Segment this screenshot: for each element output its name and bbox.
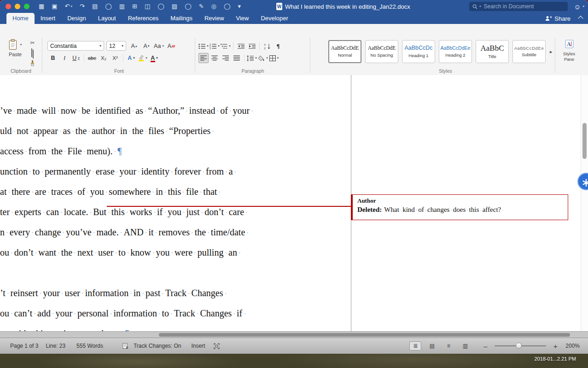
highlight-button[interactable] (138, 53, 148, 63)
outline-view-icon[interactable]: ≡ (442, 341, 454, 350)
font-size-select[interactable]: 12▾ (106, 41, 126, 51)
document-line[interactable]: ou·don’t·want·the·next·user·to·know·you·… (0, 242, 357, 263)
change-case-button[interactable]: Aa (154, 41, 164, 51)
close-button[interactable] (6, 4, 11, 9)
text-effects-button[interactable]: A (126, 53, 136, 63)
grow-font-button[interactable]: A (129, 41, 139, 51)
tab-view[interactable]: View (230, 13, 255, 24)
paste-button[interactable]: Paste (5, 39, 26, 57)
document-line[interactable]: ou·can’t·add·your·personal·information·t… (0, 303, 357, 323)
redo-icon[interactable]: ↷ (80, 0, 85, 13)
shading-button[interactable] (258, 53, 268, 63)
decrease-indent-button[interactable] (236, 41, 246, 51)
spelling-status-button[interactable] (122, 343, 129, 349)
sort-button[interactable]: AZ (262, 41, 272, 51)
clear-formatting-button[interactable]: A (166, 41, 176, 51)
notebook-icon[interactable]: ▥ (119, 0, 125, 13)
document-line[interactable]: nt·with·this·option·turned·on.·¶ (0, 323, 357, 331)
publishing-view-icon[interactable]: ▥ (459, 341, 471, 350)
document-line[interactable]: unction·to·permanently·erase·your·identi… (0, 161, 357, 181)
style-heading-2[interactable]: AaBbCcDdEeHeading 2 (439, 40, 472, 63)
document-line[interactable] (0, 263, 357, 283)
bullets-button[interactable] (198, 41, 209, 51)
zoom-out-button[interactable]: – (483, 342, 488, 350)
bold-button[interactable]: B (48, 53, 58, 63)
page-indicator[interactable]: Page 1 of 3 (10, 343, 38, 349)
zoom-slider[interactable] (495, 345, 546, 346)
document-line[interactable]: ’t·reinsert·your·user·information·in·pas… (0, 283, 357, 303)
style-title[interactable]: AaBbCTitle (476, 40, 509, 63)
tab-review[interactable]: Review (198, 13, 230, 24)
align-left-button[interactable] (198, 53, 209, 63)
search-scope-caret-icon[interactable]: ▾ (479, 5, 481, 8)
align-right-button[interactable] (221, 53, 231, 63)
tracked-change-balloon[interactable]: Author Deleted:What·kind·of·changes·does… (351, 194, 568, 220)
oval-icon[interactable]: ◯ (185, 0, 192, 13)
target-icon[interactable]: ◎ (211, 0, 216, 13)
style-no-spacing[interactable]: AaBbCcDdENo Spacing (365, 40, 398, 63)
style-heading-1[interactable]: AaBbCcDcHeading 1 (402, 40, 435, 63)
align-center-button[interactable] (210, 53, 220, 63)
strikethrough-button[interactable]: abe (87, 53, 97, 63)
feedback-smiley-button[interactable]: ☺ ▾ (574, 0, 584, 13)
line-spacing-button[interactable] (247, 53, 257, 63)
zoom-in-button[interactable]: + (553, 342, 558, 350)
style-normal[interactable]: AaBbCcDdENormal (328, 40, 361, 63)
view-switcher-icon[interactable]: ▦ (39, 0, 44, 13)
zoom-button[interactable] (24, 4, 29, 9)
draw-icon[interactable]: ✎ (199, 0, 204, 13)
document-line[interactable]: access·from·the·File·menu).·¶ (0, 141, 357, 161)
show-formatting-marks-button[interactable]: ¶ (273, 41, 283, 51)
font-name-select[interactable]: Constantia▾ (47, 41, 104, 51)
tab-layout[interactable]: Layout (92, 13, 122, 24)
format-painter-button[interactable] (29, 60, 35, 68)
chart-icon[interactable]: ▨ (172, 0, 177, 13)
macro-record-button[interactable] (214, 343, 220, 349)
superscript-button[interactable]: X² (110, 53, 120, 63)
cut-button[interactable]: ✂ (30, 40, 35, 46)
horizontal-scrollbar-thumb[interactable] (159, 333, 570, 337)
save-icon[interactable]: ▣ (52, 0, 57, 13)
document-line[interactable]: ter·experts·can·locate.·But·this·works·i… (0, 202, 357, 222)
tab-developer[interactable]: Developer (255, 13, 294, 24)
floating-share-badge[interactable] (577, 173, 588, 190)
collapse-ribbon-button[interactable] (579, 17, 582, 20)
vertical-scrollbar[interactable] (581, 75, 588, 331)
justify-button[interactable] (232, 53, 242, 63)
track-changes-status[interactable]: Track Changes: On (134, 343, 181, 349)
document-line[interactable]: n·every·change·you’ve·made.·AND·it·remov… (0, 222, 357, 242)
shrink-font-button[interactable]: A (141, 41, 151, 51)
word-count[interactable]: 555 Words (76, 343, 103, 349)
document-line[interactable]: at·there·are·traces·of·you·somewhere·in·… (0, 181, 357, 202)
circle-tool-icon[interactable]: ◯ (157, 0, 164, 13)
window-icon[interactable]: ◫ (145, 0, 150, 13)
print-icon[interactable]: ▤ (92, 0, 98, 13)
search-input[interactable]: ▾ Search in Document (469, 2, 568, 11)
numbering-button[interactable]: 123 (210, 41, 220, 51)
tab-design[interactable]: Design (61, 13, 92, 24)
underline-button[interactable]: U (71, 53, 81, 63)
document-line[interactable]: uld·not·appear·as·the·author·in·the·file… (0, 121, 357, 141)
styles-gallery-more-button[interactable] (550, 49, 553, 55)
document-area[interactable]: ’ve·made·will·now·be·identified·as·“Auth… (0, 75, 588, 331)
table-icon[interactable]: ⊞ (132, 0, 137, 13)
undo-icon[interactable]: ↶▾ (65, 0, 72, 13)
shape-icon[interactable]: ◯ (224, 0, 231, 13)
borders-button[interactable] (269, 53, 279, 63)
horizontal-scrollbar[interactable] (0, 331, 588, 338)
tab-references[interactable]: References (122, 13, 164, 24)
font-color-button[interactable]: A (149, 53, 159, 63)
increase-indent-button[interactable] (247, 41, 257, 51)
print-layout-view-icon[interactable]: ▤ (426, 341, 438, 350)
styles-pane-button[interactable]: A Styles Pane (558, 40, 580, 62)
line-indicator[interactable]: Line: 23 (46, 343, 65, 349)
multilevel-list-button[interactable] (221, 41, 231, 51)
copy-button[interactable] (31, 49, 34, 57)
zoom-level[interactable]: 200% (565, 343, 580, 349)
italic-button[interactable]: I (59, 53, 70, 63)
tab-insert[interactable]: Insert (35, 13, 62, 24)
document-line[interactable]: ’ve·made·will·now·be·identified·as·“Auth… (0, 100, 357, 121)
style-subtitle[interactable]: AaBbCcDdEeSubtitle (512, 40, 546, 63)
insert-mode-indicator[interactable]: Insert (192, 343, 205, 349)
draft-view-icon[interactable]: ≣ (409, 341, 421, 350)
